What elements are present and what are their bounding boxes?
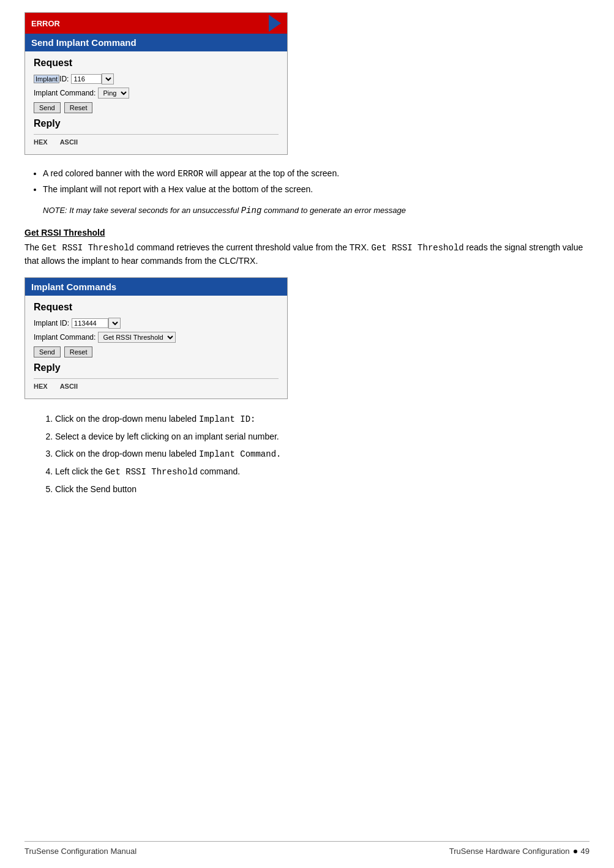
- hex-ascii-row: HEX ASCII: [34, 134, 279, 146]
- error-arrow-icon: [269, 15, 281, 32]
- implant-id-input[interactable]: [71, 74, 102, 84]
- implant-id-mono: Implant ID:: [199, 414, 255, 424]
- implant-command-row: Implant Command: Ping: [34, 88, 279, 99]
- implant-commands-box: Implant Commands Request Implant ID: Imp…: [24, 277, 288, 399]
- button-row-2: Send Reset: [34, 346, 279, 357]
- implant-command-dropdown-2[interactable]: Get RSSI Threshold: [98, 332, 176, 343]
- reply-section-2: Reply HEX ASCII: [34, 362, 279, 390]
- reset-button[interactable]: Reset: [64, 102, 93, 113]
- bullet-list-1: A red colored banner with the word ERROR…: [43, 166, 590, 197]
- implant-id-row-2: Implant ID:: [34, 318, 279, 329]
- implant-command-label: Implant Command:: [34, 89, 95, 97]
- send-implant-command-box: ERROR Send Implant Command Request Impla…: [24, 12, 288, 155]
- implant-command-mono: Implant Command.: [199, 449, 281, 459]
- request-label: Request: [34, 58, 279, 69]
- send-implant-command-header: Send Implant Command: [25, 34, 287, 51]
- error-mono: ERROR: [178, 169, 203, 179]
- page-footer: TruSense Configuration Manual TruSense H…: [24, 841, 590, 856]
- get-rssi-threshold-mono-2: Get RSSI Threshold: [372, 243, 464, 253]
- implant-command-dropdown[interactable]: Ping: [98, 88, 129, 99]
- hex-label-2: HEX: [34, 383, 48, 390]
- reply-label: Reply: [34, 118, 279, 129]
- send-button-2[interactable]: Send: [34, 346, 61, 357]
- hex-label: HEX: [34, 138, 48, 146]
- ordered-item-3: Click on the drop-down menu labeled Impl…: [55, 445, 590, 463]
- error-banner: ERROR: [25, 13, 287, 34]
- page-content: ERROR Send Implant Command Request Impla…: [24, 12, 590, 543]
- ordered-list: Click on the drop-down menu labeled Impl…: [55, 410, 590, 498]
- implant-commands-header: Implant Commands: [25, 278, 287, 296]
- implant-id-input-2[interactable]: [72, 318, 108, 328]
- footer-right-text: TruSense Hardware Configuration: [449, 847, 570, 856]
- bullet-item-2: The implant will not report with a Hex v…: [43, 182, 590, 197]
- implant-id-suffix: ID:: [59, 75, 69, 83]
- ascii-label: ASCII: [60, 138, 78, 146]
- implant-command-row-2: Implant Command: Get RSSI Threshold: [34, 332, 279, 343]
- get-rssi-threshold-mono-3: Get RSSI Threshold: [105, 467, 198, 477]
- note-paragraph: NOTE: It may take several seconds for an…: [43, 206, 590, 215]
- bullet-item-1: A red colored banner with the word ERROR…: [43, 166, 590, 182]
- ordered-item-2: Select a device by left clicking on an i…: [55, 428, 590, 445]
- implant-id-dropdown[interactable]: [102, 73, 114, 84]
- implant-label: Implant: [34, 75, 59, 83]
- ping-mono: Ping: [241, 206, 262, 215]
- reply-label-2: Reply: [34, 362, 279, 373]
- ascii-label-2: ASCII: [60, 383, 78, 390]
- button-row: Send Reset: [34, 102, 279, 113]
- implant-command-label-2: Implant Command:: [34, 333, 95, 342]
- implant-commands-body: Request Implant ID: Implant Command: Get…: [25, 296, 287, 398]
- footer-left: TruSense Configuration Manual: [24, 847, 137, 856]
- implant-id-dropdown-2[interactable]: [108, 318, 121, 329]
- send-button[interactable]: Send: [34, 102, 61, 113]
- hex-ascii-row-2: HEX ASCII: [34, 378, 279, 390]
- get-rssi-threshold-mono-1: Get RSSI Threshold: [42, 243, 134, 253]
- body-paragraph-1: The Get RSSI Threshold command retrieves…: [24, 241, 590, 268]
- implant-id-row: Implant ID:: [34, 73, 279, 84]
- ordered-item-5: Click the Send button: [55, 481, 590, 498]
- implant-id-label-2: Implant ID:: [34, 319, 69, 327]
- ordered-item-1: Click on the drop-down menu labeled Impl…: [55, 410, 590, 428]
- request-label-2: Request: [34, 302, 279, 313]
- error-label: ERROR: [31, 19, 60, 28]
- footer-bullet-icon: [574, 850, 577, 853]
- page-number: 49: [581, 847, 590, 856]
- send-implant-command-body: Request Implant ID: Implant Command: Pin…: [25, 51, 287, 154]
- ordered-item-4: Left click the Get RSSI Threshold comman…: [55, 463, 590, 481]
- footer-right: TruSense Hardware Configuration 49: [449, 847, 590, 856]
- reset-button-2[interactable]: Reset: [64, 346, 93, 357]
- section-heading: Get RSSI Threshold: [24, 228, 590, 238]
- reply-section: Reply HEX ASCII: [34, 118, 279, 146]
